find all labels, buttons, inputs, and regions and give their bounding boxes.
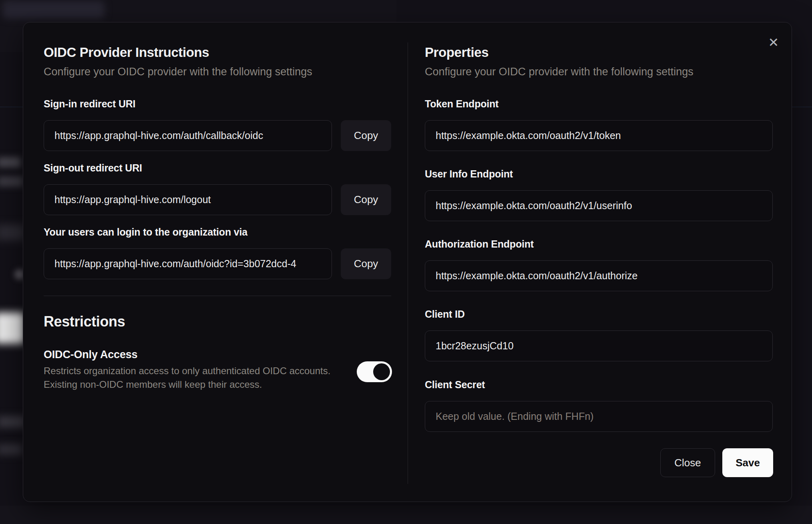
- properties-title: Properties: [425, 45, 488, 60]
- instructions-subtitle: Configure your OIDC provider with the fo…: [44, 66, 312, 78]
- toggle-knob: [373, 363, 390, 380]
- instructions-title: OIDC Provider Instructions: [44, 45, 209, 60]
- properties-subtitle: Configure your OIDC provider with the fo…: [425, 66, 693, 78]
- background-text-blur: [0, 444, 22, 455]
- background-text-blur: [0, 176, 23, 187]
- background-text-blur: [0, 416, 26, 428]
- authorization-endpoint-input[interactable]: [425, 260, 773, 291]
- sign-in-redirect-uri-input[interactable]: [44, 120, 332, 151]
- token-endpoint-label: Token Endpoint: [425, 98, 498, 110]
- background-text-blur: [0, 224, 25, 240]
- organization-login-uri-label: Your users can login to the organization…: [44, 226, 247, 238]
- sign-in-redirect-uri-label: Sign-in redirect URI: [44, 98, 135, 110]
- copy-login-uri-button[interactable]: Copy: [341, 248, 391, 279]
- user-info-endpoint-label: User Info Endpoint: [425, 168, 513, 180]
- authorization-endpoint-label: Authorization Endpoint: [425, 238, 534, 250]
- background-text-blur: [0, 157, 21, 167]
- background-bottom-strip: [0, 506, 812, 524]
- background-text-blur: [2, 1, 105, 18]
- background-button-blur: [0, 312, 25, 344]
- close-icon[interactable]: ✕: [764, 33, 783, 52]
- client-secret-input[interactable]: [425, 401, 773, 432]
- page-background: ✕ OIDC Provider Instructions Configure y…: [0, 0, 812, 524]
- user-info-endpoint-input[interactable]: [425, 190, 773, 221]
- copy-sign-in-uri-button[interactable]: Copy: [341, 120, 391, 151]
- oidc-settings-dialog: ✕ OIDC Provider Instructions Configure y…: [23, 22, 792, 502]
- oidc-only-access-description: Restricts organization access to only au…: [44, 364, 340, 391]
- token-endpoint-input[interactable]: [425, 120, 773, 151]
- client-secret-label: Client Secret: [425, 379, 485, 391]
- oidc-only-access-label: OIDC-Only Access: [44, 349, 137, 361]
- client-id-label: Client ID: [425, 308, 465, 320]
- close-button[interactable]: Close: [660, 448, 715, 477]
- client-id-input[interactable]: [425, 331, 773, 361]
- save-button[interactable]: Save: [722, 448, 773, 477]
- oidc-only-access-toggle[interactable]: [357, 361, 392, 382]
- organization-login-uri-input[interactable]: [44, 248, 332, 279]
- restrictions-separator: [44, 296, 391, 296]
- restrictions-title: Restrictions: [44, 313, 125, 330]
- column-divider: [408, 42, 408, 484]
- sign-out-redirect-uri-input[interactable]: [44, 184, 332, 215]
- sign-out-redirect-uri-label: Sign-out redirect URI: [44, 162, 142, 174]
- copy-sign-out-uri-button[interactable]: Copy: [341, 184, 391, 215]
